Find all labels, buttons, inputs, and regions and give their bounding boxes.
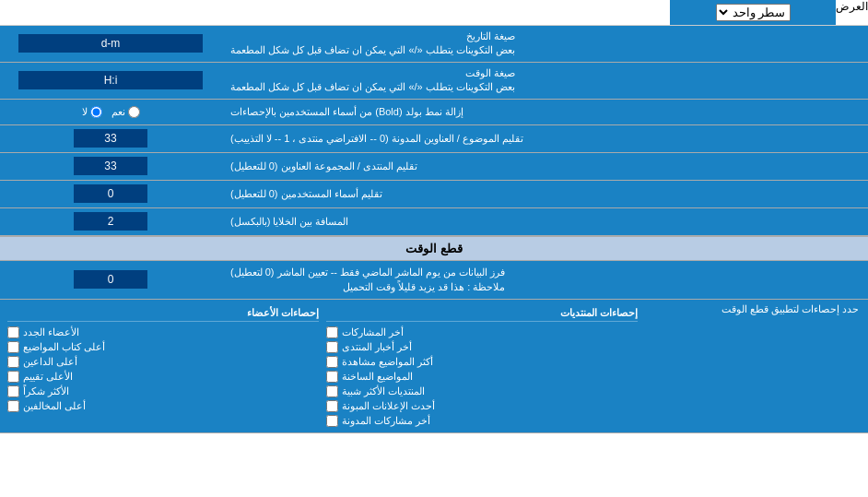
cb-announcements[interactable]	[326, 400, 338, 412]
checkboxes-top-label: حدد إحصاءات لتطبيق قطع الوقت	[645, 300, 868, 432]
bold-yes-label: نعم	[111, 106, 140, 118]
cb-item-2: أخر أخبار المنتدى	[326, 341, 638, 353]
cb-new-members[interactable]	[7, 326, 19, 338]
cb-top-authors[interactable]	[7, 341, 19, 353]
username-trim-label: تقليم أسماء المستخدمين (0 للتعطيل)	[221, 181, 868, 207]
cb-item-top-warned: أعلى المخالفين	[7, 400, 319, 412]
cb-blog-posts[interactable]	[326, 415, 338, 427]
forum-group-input[interactable]	[74, 157, 147, 175]
cb-most-viewed[interactable]	[326, 356, 338, 368]
forum-group-row: تقليم المنتدى / المجموعة العناوين (0 للت…	[0, 153, 868, 181]
cell-spacing-input[interactable]	[74, 212, 147, 231]
date-format-label: صيغة التاريخ بعض التكوينات يتطلب «/» الت…	[221, 26, 868, 62]
display-input-cell: سطر واحدعدة أسطر	[670, 0, 836, 25]
cb-top-rated[interactable]	[7, 371, 19, 383]
forum-group-input-cell	[0, 153, 221, 180]
display-select[interactable]: سطر واحدعدة أسطر	[716, 4, 791, 21]
cb-item-3: أكثر المواضيع مشاهدة	[326, 356, 638, 368]
checkboxes-section: حدد إحصاءات لتطبيق قطع الوقت إحصاءات الم…	[0, 300, 868, 433]
cb-item-1: أخر المشاركات	[326, 326, 638, 338]
cb-most-thanks[interactable]	[7, 385, 19, 397]
username-trim-input[interactable]	[74, 184, 147, 203]
cell-spacing-input-cell	[0, 208, 221, 235]
cb-item-top-inviters: أعلى الداعين	[7, 356, 319, 368]
bold-radio-row: إزالة نمط بولد (Bold) من أسماء المستخدمي…	[0, 100, 868, 125]
main-container: العرض سطر واحدعدة أسطر صيغة التاريخ بعض …	[0, 0, 868, 433]
cb-item-new-members: الأعضاء الجدد	[7, 326, 319, 338]
bold-no-label: لا	[82, 106, 102, 118]
time-cut-header: قطع الوقت	[0, 236, 868, 261]
cb-hot-topics[interactable]	[326, 371, 338, 383]
time-format-input-cell	[0, 63, 221, 99]
cell-spacing-label: المسافة بين الخلايا (بالبكسل)	[221, 208, 868, 235]
forum-title-input-cell	[0, 125, 221, 152]
time-cut-row: فرز البيانات من يوم الماشر الماضي فقط --…	[0, 261, 868, 300]
time-cut-input[interactable]	[74, 270, 147, 289]
forum-group-label: تقليم المنتدى / المجموعة العناوين (0 للت…	[221, 153, 868, 180]
cb-item-top-authors: أعلى كتاب المواضيع	[7, 341, 319, 353]
cb-item-7: أخر مشاركات المدونة	[326, 415, 638, 427]
username-trim-input-cell	[0, 181, 221, 207]
bold-radio-cell: نعم لا	[0, 100, 221, 124]
time-format-label: صيغة الوقت بعض التكوينات يتطلب «/» التي …	[221, 63, 868, 99]
time-format-row: صيغة الوقت بعض التكوينات يتطلب «/» التي …	[0, 63, 868, 100]
username-trim-row: تقليم أسماء المستخدمين (0 للتعطيل)	[0, 181, 868, 208]
col2-header: إحصاءات الأعضاء	[7, 305, 319, 322]
cell-spacing-row: المسافة بين الخلايا (بالبكسل)	[0, 208, 868, 236]
col1-header: إحصاءات المنتديات	[326, 305, 638, 322]
cb-most-popular[interactable]	[326, 385, 338, 397]
cb-last-posts[interactable]	[326, 326, 338, 338]
checkbox-col-members: إحصاءات الأعضاء الأعضاء الجدد أعلى كتاب …	[4, 303, 323, 429]
date-format-input-cell	[0, 26, 221, 62]
date-format-row: صيغة التاريخ بعض التكوينات يتطلب «/» الت…	[0, 26, 868, 63]
bold-label: إزالة نمط بولد (Bold) من أسماء المستخدمي…	[221, 100, 868, 124]
forum-title-input[interactable]	[74, 129, 147, 148]
date-format-input[interactable]	[18, 34, 203, 53]
time-cut-input-cell	[0, 261, 221, 299]
display-label: العرض	[836, 0, 868, 25]
cb-item-6: أحدث الإعلانات المبونة	[326, 400, 638, 412]
cb-item-most-thanks: الأكثر شكراً	[7, 385, 319, 397]
bold-yes-radio[interactable]	[128, 106, 140, 118]
checkbox-col-forums: إحصاءات المنتديات أخر المشاركات أخر أخبا…	[323, 303, 641, 429]
time-cut-label: فرز البيانات من يوم الماشر الماضي فقط --…	[221, 261, 868, 299]
cb-item-top-rated: الأعلى تقييم	[7, 371, 319, 383]
time-format-input[interactable]	[18, 71, 203, 89]
forum-title-label: تقليم الموضوع / العناوين المدونة (0 -- ا…	[221, 125, 868, 152]
cb-item-5: المنتديات الأكثر شبية	[326, 385, 638, 397]
display-row: العرض سطر واحدعدة أسطر	[0, 0, 868, 26]
cb-top-inviters[interactable]	[7, 356, 19, 368]
forum-title-row: تقليم الموضوع / العناوين المدونة (0 -- ا…	[0, 125, 868, 153]
cb-forum-news[interactable]	[326, 341, 338, 353]
checkbox-columns: إحصاءات المنتديات أخر المشاركات أخر أخبا…	[0, 300, 645, 432]
cb-item-4: المواضيع الساخنة	[326, 371, 638, 383]
bold-no-radio[interactable]	[90, 106, 102, 118]
cb-top-warned[interactable]	[7, 400, 19, 412]
